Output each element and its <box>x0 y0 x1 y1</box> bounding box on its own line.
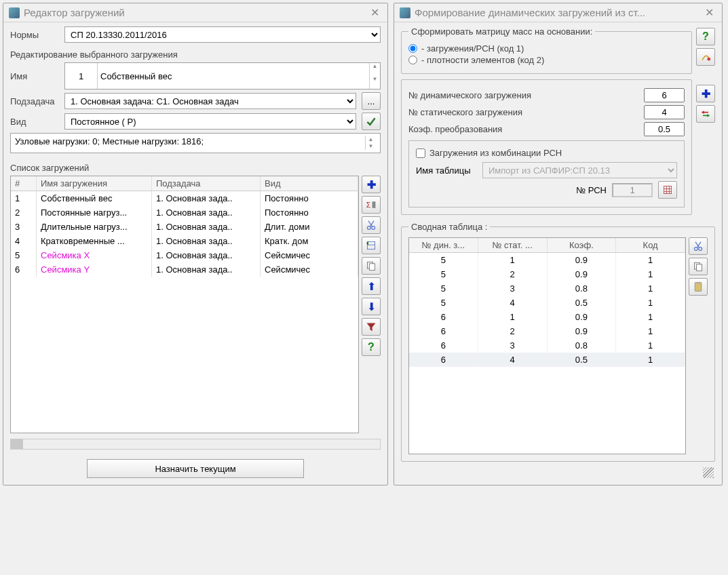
svg-rect-6 <box>367 241 375 249</box>
cell-kind: Сейсмичес <box>261 262 358 277</box>
summary-row[interactable]: 6 1 0.9 1 <box>409 310 685 324</box>
close-icon[interactable]: ✕ <box>702 6 716 19</box>
cell-code: 1 <box>616 353 685 367</box>
col-code[interactable]: Код <box>616 238 685 252</box>
radio-code2[interactable] <box>408 56 417 64</box>
radio-load-rsn[interactable]: - загружения/РСН (код 1) <box>408 43 685 54</box>
name-index-input[interactable] <box>65 63 98 89</box>
filter-button[interactable] <box>362 318 381 336</box>
table-row[interactable]: 3 Длительные нагруз... 1. Основная зада.… <box>11 220 358 234</box>
cell-dyn: 6 <box>409 338 478 353</box>
norms-select[interactable]: СП 20.13330.2011/2016 <box>64 26 381 43</box>
rsn-combo-checkbox-row[interactable]: Загружения из комбинации РСН <box>416 148 677 158</box>
col-subtask[interactable]: Подзадача <box>152 176 261 191</box>
dyn-number-input[interactable] <box>644 88 685 102</box>
right-toolbar: ? ✚ <box>696 26 715 215</box>
table-settings-button[interactable] <box>362 237 381 254</box>
kind-select[interactable]: Постоянное ( Р) <box>64 113 356 130</box>
col-coef[interactable]: Коэф. <box>548 238 617 252</box>
table-row[interactable]: 6 Сейсмика Y 1. Основная зада.. Сейсмиче… <box>11 262 358 277</box>
cell-num: 6 <box>11 262 37 277</box>
summary-cut-button[interactable] <box>689 237 708 255</box>
cell-code: 1 <box>616 310 685 324</box>
rsn-combo-checkbox[interactable] <box>416 148 425 158</box>
app-icon <box>400 7 410 18</box>
cell-dyn: 5 <box>409 253 478 267</box>
cut-button[interactable] <box>362 216 381 234</box>
svg-marker-11 <box>367 323 376 331</box>
swap-button[interactable] <box>696 105 715 123</box>
table-row[interactable]: 1 Собственный вес 1. Основная зада.. Пос… <box>11 191 358 205</box>
svg-rect-27 <box>697 264 702 271</box>
loads-table: # Имя загружения Подзадача Вид 1 Собстве… <box>10 176 359 433</box>
summary-header: № дин. з... № стат. ... Коэф. Код <box>409 238 685 253</box>
table-row[interactable]: 5 Сейсмика X 1. Основная зада.. Сейсмиче… <box>11 248 358 262</box>
cell-dyn: 6 <box>409 353 478 367</box>
summary-paste-button[interactable] <box>689 278 708 296</box>
resize-grip-icon[interactable] <box>703 467 714 478</box>
subtask-more-button[interactable]: ... <box>362 92 381 110</box>
horizontal-scrollbar[interactable] <box>10 439 381 450</box>
stat-number-input[interactable] <box>644 105 685 119</box>
add-row-button[interactable]: ✚ <box>696 85 715 102</box>
titlebar: Редактор загружений ✕ <box>3 3 387 22</box>
cell-coef: 0.8 <box>548 338 617 353</box>
name-label: Имя <box>10 71 59 81</box>
cell-coef: 0.5 <box>548 296 617 310</box>
copy-button[interactable] <box>362 257 381 275</box>
cell-coef: 0.9 <box>548 324 617 338</box>
summary-spinner[interactable]: ▲▼ <box>365 136 376 150</box>
summary-row[interactable]: 6 2 0.9 1 <box>409 324 685 338</box>
table-row[interactable]: 4 Кратковременные ... 1. Основная зада..… <box>11 234 358 248</box>
summary-group: Сводная таблица : № дин. з... № стат. ..… <box>401 222 715 462</box>
summary-row[interactable]: 6 4 0.5 1 <box>409 353 685 367</box>
name-field: ▲▼ <box>64 62 381 90</box>
norms-label: Нормы <box>10 30 59 40</box>
help-button[interactable]: ? <box>696 28 715 45</box>
name-text-input[interactable] <box>98 63 369 89</box>
summary-toolbar <box>689 237 708 454</box>
move-down-button[interactable]: ⬇ <box>362 298 381 315</box>
apply-button[interactable] <box>362 113 381 130</box>
list-title: Список загружений <box>10 163 381 173</box>
svg-point-17 <box>707 58 710 61</box>
cell-subtask: 1. Основная зада.. <box>152 248 261 262</box>
col-kind[interactable]: Вид <box>261 176 358 191</box>
summary-copy-button[interactable] <box>689 258 708 275</box>
assign-current-button[interactable]: Назначить текущим <box>87 459 304 478</box>
col-name[interactable]: Имя загружения <box>37 176 152 191</box>
cell-coef: 0.8 <box>548 281 617 296</box>
cell-num: 5 <box>11 248 37 262</box>
table-row[interactable]: 2 Постоянные нагруз... 1. Основная зада.… <box>11 205 358 220</box>
help-button[interactable]: ? <box>362 338 381 356</box>
summary-row[interactable]: 5 3 0.8 1 <box>409 281 685 296</box>
col-dyn[interactable]: № дин. з... <box>409 238 478 252</box>
cell-name: Собственный вес <box>37 191 152 205</box>
move-up-button[interactable]: ⬆ <box>362 277 381 295</box>
svg-rect-28 <box>695 283 702 292</box>
radio-density[interactable]: - плотности элементов (код 2) <box>408 55 685 65</box>
cell-code: 1 <box>616 281 685 296</box>
radio-code1[interactable] <box>408 44 417 53</box>
summary-row[interactable]: 6 3 0.8 1 <box>409 338 685 353</box>
cell-stat: 1 <box>478 253 548 267</box>
rsn-table-button[interactable] <box>658 181 677 199</box>
col-stat[interactable]: № стат. ... <box>478 238 548 252</box>
name-spinner[interactable]: ▲▼ <box>369 63 380 89</box>
summary-row[interactable]: 5 1 0.9 1 <box>409 253 685 267</box>
close-icon[interactable]: ✕ <box>368 6 382 19</box>
col-num[interactable]: # <box>11 176 37 191</box>
summary-row[interactable]: 5 4 0.5 1 <box>409 296 685 310</box>
add-button[interactable]: ✚ <box>362 176 381 193</box>
subtask-select[interactable]: 1. Основная задача: С1. Основная задач <box>64 93 356 109</box>
cell-coef: 0.9 <box>548 253 617 267</box>
sum-button[interactable]: Σ <box>362 196 381 214</box>
cell-stat: 2 <box>478 324 548 338</box>
summary-row[interactable]: 5 2 0.9 1 <box>409 267 685 281</box>
cell-coef: 0.5 <box>548 353 617 367</box>
wizard-button[interactable] <box>696 48 715 66</box>
coef-input[interactable] <box>644 122 685 136</box>
cell-dyn: 5 <box>409 281 478 296</box>
cell-num: 4 <box>11 234 37 248</box>
subtask-label: Подзадача <box>10 96 59 106</box>
